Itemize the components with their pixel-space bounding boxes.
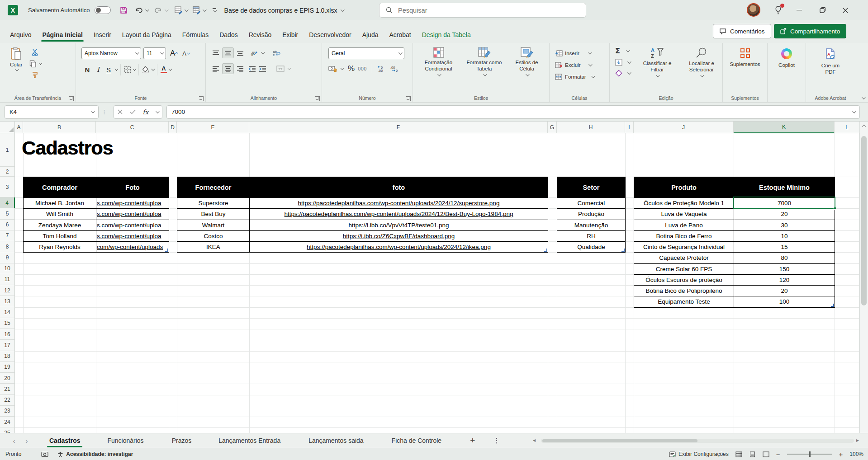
fornecedor-cell[interactable]: Superstore [177, 198, 250, 209]
accounting-format-icon[interactable] [328, 66, 337, 72]
align-bottom-icon[interactable] [237, 50, 244, 56]
display-settings-button[interactable]: Exibir Configurações [669, 451, 729, 457]
row-header[interactable]: 14 [0, 307, 15, 318]
foto-url-cell[interactable]: https://pacotedeplanilhas.com/wp-content… [250, 242, 548, 253]
hscroll-right-icon[interactable]: ▸ [856, 437, 859, 443]
prev-sheet-icon[interactable]: ‹ [9, 437, 19, 445]
produto-cell[interactable]: Óculos Escuros de proteção [634, 275, 734, 286]
row-header[interactable]: 21 [0, 384, 15, 394]
sheet-tab-ficha-de-controle[interactable]: Ficha de Controle [384, 433, 450, 448]
collapse-ribbon-icon[interactable] [862, 95, 865, 99]
wrap-text-icon[interactable]: abc [273, 50, 280, 56]
copilot-button[interactable]: Copilot [778, 48, 795, 102]
row-header[interactable]: 17 [0, 340, 15, 351]
table-borders-quick-icon[interactable] [175, 6, 183, 14]
macro-record-icon[interactable] [41, 451, 48, 457]
produto-cell[interactable]: Botina Bico de Polipropileno [634, 286, 734, 296]
column-header-b[interactable]: B [23, 122, 96, 133]
bold-button[interactable]: N [82, 66, 92, 74]
sheet-tab-funcionarios[interactable]: Funcionários [100, 433, 151, 448]
sheet-options-icon[interactable]: ⋮ [493, 437, 500, 445]
delete-cells-button[interactable]: Excluir [555, 59, 609, 71]
estoque-minimo-cell[interactable]: 20 [734, 286, 835, 296]
column-header-f[interactable]: F [249, 122, 548, 133]
align-right-icon[interactable] [237, 66, 244, 72]
next-sheet-icon[interactable]: › [22, 437, 32, 445]
row-header[interactable]: 12 [0, 285, 15, 296]
foto-link-cell[interactable]: s.com/wp-content/uploa [96, 209, 169, 220]
accessibility-status[interactable]: Acessibilidade: investigar [57, 451, 133, 457]
table-resize-handle[interactable] [544, 249, 547, 252]
customize-toolbar-icon[interactable] [213, 8, 216, 12]
tab-arquivo[interactable]: Arquivo [5, 28, 37, 43]
avatar[interactable] [747, 3, 760, 17]
estoque-minimo-cell[interactable]: 30 [734, 220, 835, 231]
search-box[interactable] [379, 3, 586, 18]
foto-url-cell[interactable]: https://i.ibb.co/Z6CxpwBF/dashboard.png [250, 231, 548, 242]
setor-cell[interactable]: RH [557, 231, 626, 242]
fornecedores-row[interactable]: IKEA https://pacotedeplanilhas.com/wp-co… [177, 242, 548, 253]
produto-cell[interactable]: Luva de Pano [634, 220, 734, 231]
scroll-up-icon[interactable] [862, 125, 866, 128]
setor-cell[interactable]: Produção [557, 209, 626, 220]
produto-cell[interactable]: Óculos de Proteção Modelo 1 [634, 198, 734, 209]
estoque-minimo-cell[interactable]: 20 [734, 209, 835, 220]
row-header[interactable]: 10 [0, 263, 15, 274]
tab-design-da-tabela[interactable]: Design da Tabela [417, 28, 476, 43]
fill-handle[interactable] [834, 207, 836, 210]
row-header[interactable]: 6 [0, 220, 15, 230]
tab-exibir[interactable]: Exibir [277, 28, 304, 43]
table-borders-menu-icon[interactable] [185, 8, 188, 11]
estoque-minimo-cell[interactable]: 120 [734, 275, 835, 286]
save-icon[interactable] [120, 6, 128, 14]
fill-color-icon[interactable] [142, 66, 150, 73]
tab-layout-da-pagina[interactable]: Layout da Página [117, 28, 177, 43]
copy-icon[interactable] [29, 60, 41, 67]
increase-decimal-icon[interactable]: 0.00 [377, 65, 386, 72]
orientation-menu-icon[interactable] [261, 50, 265, 54]
column-header-c[interactable]: C [96, 122, 169, 133]
name-box[interactable]: K4 [5, 105, 99, 119]
compradores-row[interactable]: Zendaya Maree s.com/wp-content/uploa [24, 220, 169, 231]
namebox-resize-handle[interactable]: ⋮ [101, 108, 107, 115]
decrease-decimal-icon[interactable]: .000 [389, 65, 398, 72]
font-color-icon[interactable]: A [161, 66, 167, 73]
estoque-minimo-cell[interactable]: 80 [734, 253, 835, 263]
produto-cell[interactable]: Equipamento Teste [634, 296, 734, 307]
table-resize-handle[interactable] [165, 249, 168, 252]
produtos-row[interactable]: Luva de Vaqueta 20 [634, 209, 835, 220]
foto-url-cell[interactable]: https://pacotedeplanilhas.com/wp-content… [250, 198, 548, 209]
row-header[interactable]: 15 [0, 318, 15, 329]
minimize-button[interactable] [789, 0, 810, 20]
estoque-minimo-cell[interactable]: 15 [734, 242, 835, 253]
row-header[interactable]: 4 [0, 197, 15, 208]
fill-button[interactable] [615, 59, 630, 66]
decrease-font-icon[interactable]: A [182, 50, 189, 57]
foto-link-cell[interactable]: com/wp-content/uploads [96, 242, 169, 253]
tab-revisao[interactable]: Revisão [243, 28, 277, 43]
search-input[interactable] [398, 7, 561, 14]
redo-menu-icon[interactable] [165, 8, 168, 11]
foto-link-cell[interactable]: s.com/wp-content/uploa [96, 220, 169, 231]
compradores-row[interactable]: Michael B. Jordan s.com/wp-content/uploa [24, 198, 169, 209]
column-header-g[interactable]: G [548, 122, 557, 133]
sort-filter-button[interactable]: AZ Classificar e Filtrar [636, 47, 678, 77]
accounting-menu-icon[interactable] [340, 66, 344, 70]
autosum-button[interactable]: Σ [615, 47, 630, 55]
foto-url-cell[interactable]: https://pacotedeplanilhas.com/wp-content… [250, 209, 548, 220]
row-header[interactable]: 3 [0, 177, 15, 197]
format-cells-button[interactable]: Formatar [555, 71, 609, 83]
clear-button[interactable] [615, 70, 630, 77]
autosave-toggle[interactable] [95, 6, 111, 14]
row-header[interactable]: 24 [0, 417, 15, 427]
borders-menu-icon[interactable] [133, 67, 136, 70]
insert-function-icon[interactable]: fx [142, 108, 148, 116]
orientation-icon[interactable]: ab [250, 49, 258, 56]
lightbulb-icon[interactable] [774, 5, 782, 14]
fornecedores-row[interactable]: Costco https://i.ibb.co/Z6CxpwBF/dashboa… [177, 231, 548, 242]
comma-style-button[interactable]: 000 [358, 66, 367, 71]
align-left-icon[interactable] [212, 66, 219, 72]
borders-icon[interactable] [124, 66, 131, 73]
comprador-cell[interactable]: Will Smith [24, 209, 96, 220]
row-header[interactable]: 16 [0, 329, 15, 340]
